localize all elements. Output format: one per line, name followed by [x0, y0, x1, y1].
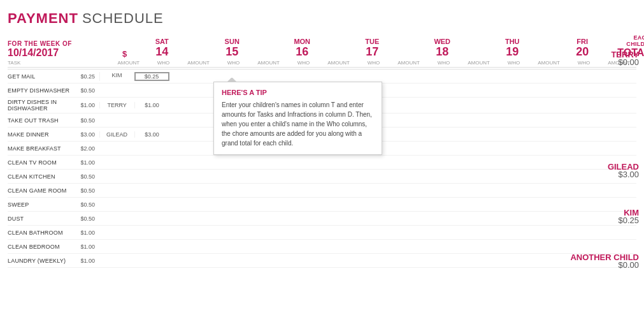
summary-amount-kim: $0.25	[618, 216, 639, 225]
title-schedule: SCHEDULE	[82, 10, 164, 27]
cell-task: EMPTY DISHWASHER	[8, 86, 76, 95]
each-child-label: EACH CHILD'S	[617, 34, 644, 47]
col-header-day-mon: WHOAMOUNT	[286, 59, 356, 67]
table-row: SWEEP$0.50	[8, 198, 636, 212]
cell-amount: $3.00	[76, 131, 99, 138]
table-row: LAUNDRY (WEEKLY)$1.00	[8, 254, 636, 268]
summary-amount-terry: $0.00	[618, 57, 639, 67]
day-header-thu: THU19	[477, 38, 547, 59]
cell-task: CLEAN BATHROOM	[8, 228, 76, 237]
cell-day-amount[interactable]: $1.00	[134, 102, 169, 108]
tooltip-title: HERE'S A TIP	[222, 89, 374, 96]
cell-amount: $0.50	[76, 216, 99, 222]
cell-amount: $0.50	[76, 173, 99, 180]
col-header-day-thu: WHOAMOUNT	[496, 59, 566, 67]
table-row: CLEAN BEDROOM$1.00	[8, 240, 636, 254]
cell-amount: $2.00	[76, 145, 99, 152]
cell-task: SWEEP	[8, 200, 76, 209]
cell-amount: $1.00	[76, 244, 99, 250]
cell-task: MAKE BREAKFAST	[8, 144, 76, 153]
col-header-day-sun: WHOAMOUNT	[216, 59, 286, 67]
cell-day-amount[interactable]: $0.25	[134, 72, 169, 81]
table-row: CLEAN BATHROOM$1.00	[8, 226, 636, 240]
day-header-sat: SAT14	[127, 38, 197, 59]
cell-amount: $1.00	[76, 159, 99, 166]
cell-amount: $1.00	[76, 230, 99, 236]
table-row: CLEAN KITCHEN$0.50	[8, 170, 636, 184]
day-header-wed: WED18	[407, 38, 477, 59]
cell-amount: $0.25	[76, 73, 99, 80]
cell-task: CLEAN GAME ROOM	[8, 186, 76, 195]
summary-amount-another-child: $0.00	[618, 260, 639, 270]
tooltip-body: Enter your children's names in column T …	[222, 100, 374, 148]
col-header-day-wed: WHOAMOUNT	[426, 59, 496, 67]
summary-amount-gilead: $3.00	[618, 170, 639, 179]
cell-who[interactable]: GILEAD	[99, 131, 134, 138]
cell-who[interactable]: KIM	[99, 72, 134, 81]
cell-task: CLEAN BEDROOM	[8, 242, 76, 251]
cell-task: DIRTY DISHES IN DISHWASHER	[8, 98, 76, 113]
cell-task: DUST	[8, 214, 76, 223]
day-header-mon: MON16	[267, 38, 337, 59]
table-row: CLEAN TV ROOM$1.00	[8, 156, 636, 170]
cell-day-amount[interactable]: $3.00	[134, 131, 169, 138]
title-payment: PAYMENT	[8, 10, 78, 27]
cell-amount: $1.00	[76, 258, 99, 264]
cell-amount: $0.50	[76, 87, 99, 94]
cell-amount: $1.00	[76, 102, 99, 108]
day-header-sun: SUN15	[197, 38, 267, 59]
cell-task: MAKE DINNER	[8, 130, 76, 139]
dollar-header: $	[122, 49, 127, 59]
cell-task: GET MAIL	[8, 72, 76, 81]
col-header-day-tue: WHOAMOUNT	[356, 59, 426, 67]
cell-task: TAKE OUT TRASH	[8, 116, 76, 125]
col-header-day-sat: WHOAMOUNT	[146, 59, 216, 67]
cell-task: LAUNDRY (WEEKLY)	[8, 256, 76, 265]
tooltip: HERE'S A TIP Enter your children's names…	[213, 82, 382, 155]
week-date: 10/14/2017	[8, 47, 122, 59]
cell-amount: $0.50	[76, 187, 99, 194]
cell-amount: $0.50	[76, 117, 99, 124]
cell-task: CLEAN TV ROOM	[8, 158, 76, 167]
table-row: CLEAN GAME ROOM$0.50	[8, 184, 636, 198]
table-row: DUST$0.50	[8, 212, 636, 226]
week-label: FOR THE WEEK OF	[8, 40, 122, 47]
cell-who[interactable]: TERRY	[99, 102, 134, 108]
day-header-tue: TUE17	[337, 38, 407, 59]
col-header-amount: AMOUNT	[111, 59, 146, 67]
cell-task: CLEAN KITCHEN	[8, 172, 76, 181]
cell-amount: $0.50	[76, 201, 99, 208]
col-header-task: TASK	[8, 59, 111, 67]
day-header-fri: FRI20	[547, 38, 617, 59]
